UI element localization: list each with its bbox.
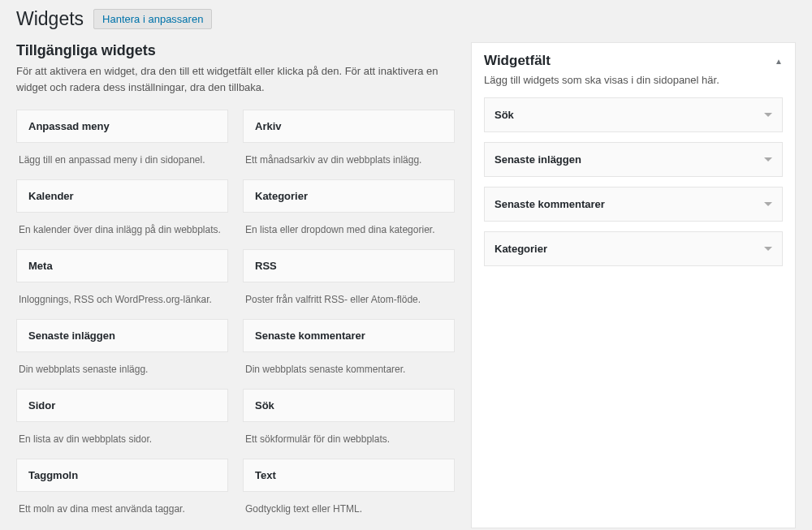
widget-title: Anpassad meny (28, 120, 110, 132)
widget-item[interactable]: Meta Inloggnings, RSS och WordPress.org-… (16, 249, 228, 319)
widget-description: Ett månadsarkiv av din webbplats inlägg. (243, 143, 455, 179)
page-header: Widgets Hantera i anpassaren (16, 8, 796, 30)
widget-title: Senaste kommentarer (255, 330, 365, 342)
collapse-icon: ▲ (775, 57, 783, 66)
widget-header[interactable]: Meta (16, 249, 228, 282)
manage-customizer-button[interactable]: Hantera i anpassaren (93, 9, 212, 29)
widget-description: Ett moln av dina mest använda taggar. (16, 492, 228, 528)
widget-area-panel: Widgetfält ▲ Lägg till widgets som ska v… (471, 42, 796, 528)
widget-title: Taggmoln (28, 469, 78, 481)
widget-title: Sök (255, 399, 274, 412)
active-widget[interactable]: Sök (484, 97, 783, 132)
widget-header[interactable]: Sök (243, 389, 455, 422)
available-widgets-title: Tillgängliga widgets (16, 42, 455, 59)
widget-item[interactable]: Arkiv Ett månadsarkiv av din webbplats i… (243, 110, 455, 179)
widget-header[interactable]: Text (243, 459, 455, 492)
widget-item[interactable]: RSS Poster från valfritt RSS- eller Atom… (243, 249, 455, 319)
widget-description: En kalender över dina inlägg på din webb… (16, 213, 228, 249)
widget-title: Kalender (28, 190, 74, 202)
active-widget[interactable]: Kategorier (484, 231, 783, 266)
active-widget-title: Kategorier (495, 243, 547, 255)
widget-item[interactable]: Sök Ett sökformulär för din webbplats. (243, 389, 455, 459)
page-title: Widgets (16, 8, 84, 30)
widget-description: En lista eller dropdown med dina kategor… (243, 213, 455, 249)
widget-description: Inloggnings, RSS och WordPress.org-länka… (16, 282, 228, 319)
widget-header[interactable]: Kategorier (243, 179, 455, 213)
widget-item[interactable]: Kalender En kalender över dina inlägg på… (16, 179, 228, 249)
widget-area-title: Widgetfält (484, 53, 551, 69)
widget-description: Ett sökformulär för din webbplats. (243, 422, 455, 459)
widget-description: Din webbplats senaste inlägg. (16, 352, 228, 389)
widget-header[interactable]: Senaste inläggen (16, 319, 228, 352)
widget-header[interactable]: Senaste kommentarer (243, 319, 455, 352)
widget-area-header[interactable]: Widgetfält ▲ (472, 43, 795, 74)
available-widgets-panel: Tillgängliga widgets För att aktivera en… (16, 42, 455, 528)
expand-icon (764, 247, 772, 251)
widget-item[interactable]: Senaste inläggen Din webbplats senaste i… (16, 319, 228, 389)
widget-title: Arkiv (255, 120, 282, 132)
widget-header[interactable]: RSS (243, 249, 455, 282)
widget-header[interactable]: Taggmoln (16, 459, 228, 492)
widget-area-description: Lägg till widgets som ska visas i din si… (472, 74, 795, 97)
widget-item[interactable]: Anpassad meny Lägg till en anpassad meny… (16, 110, 228, 179)
expand-icon (764, 157, 772, 162)
widget-item[interactable]: Text Godtycklig text eller HTML. (243, 459, 455, 528)
widget-description: Godtycklig text eller HTML. (243, 492, 455, 528)
active-widget[interactable]: Senaste inläggen (484, 142, 783, 177)
widget-title: Meta (28, 260, 53, 272)
active-widget-title: Sök (495, 109, 514, 121)
widget-item[interactable]: Senaste kommentarer Din webbplats senast… (243, 319, 455, 389)
widget-list: Anpassad meny Lägg till en anpassad meny… (16, 110, 455, 528)
widget-title: Sidor (28, 399, 55, 412)
expand-icon (764, 202, 772, 206)
widget-item[interactable]: Taggmoln Ett moln av dina mest använda t… (16, 459, 228, 528)
available-widgets-description: För att aktivera en widget, dra den till… (16, 63, 455, 95)
active-widget-title: Senaste kommentarer (495, 198, 605, 210)
widget-header[interactable]: Kalender (16, 179, 228, 213)
expand-icon (764, 113, 772, 117)
widget-header[interactable]: Anpassad meny (16, 110, 228, 143)
widget-title: Text (255, 469, 276, 481)
active-widget-title: Senaste inläggen (495, 153, 581, 166)
widget-description: Poster från valfritt RSS- eller Atom-flö… (243, 282, 455, 319)
widget-title: RSS (255, 260, 277, 272)
active-widget[interactable]: Senaste kommentarer (484, 187, 783, 222)
widget-header[interactable]: Arkiv (243, 110, 455, 143)
widget-description: Lägg till en anpassad meny i din sidopan… (16, 143, 228, 179)
widget-item[interactable]: Sidor En lista av din webbplats sidor. (16, 389, 228, 459)
widget-item[interactable]: Kategorier En lista eller dropdown med d… (243, 179, 455, 249)
widget-header[interactable]: Sidor (16, 389, 228, 422)
widget-description: Din webbplats senaste kommentarer. (243, 352, 455, 389)
widget-title: Senaste inläggen (28, 330, 115, 342)
widget-title: Kategorier (255, 190, 308, 202)
widget-description: En lista av din webbplats sidor. (16, 422, 228, 459)
